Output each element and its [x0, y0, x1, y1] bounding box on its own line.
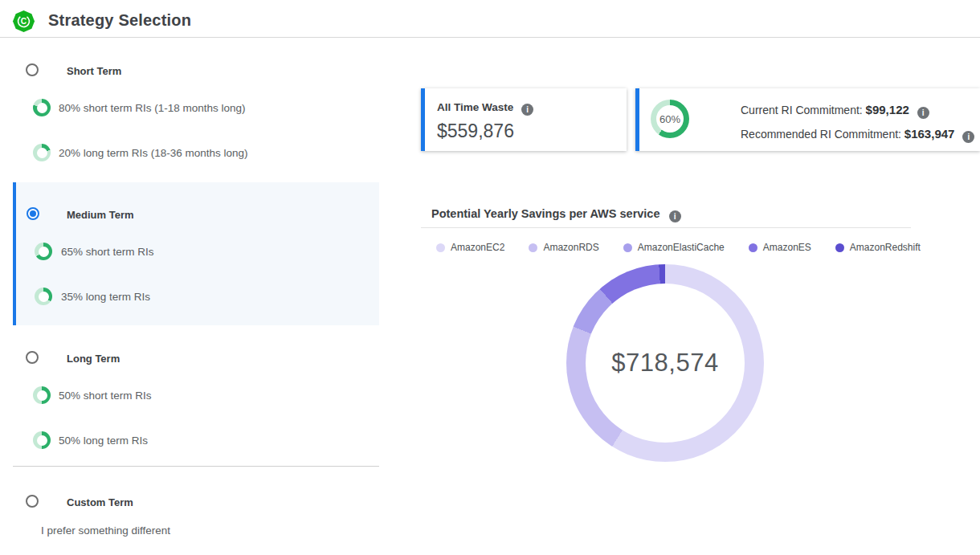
legend-label: AmazonEC2 [451, 242, 504, 253]
custom-term-note: I prefer something different [41, 524, 170, 537]
ring-50pct-icon [33, 431, 51, 449]
legend-dot-icon [529, 243, 537, 252]
legend-item[interactable]: AmazonRDS [529, 242, 598, 253]
svg-text:C: C [21, 17, 27, 26]
ring-35pct-icon [35, 288, 52, 305]
legend-dot-icon [623, 243, 632, 252]
legend-label: AmazonES [763, 242, 811, 253]
ring-80pct-icon [33, 99, 51, 116]
ring-65pct-icon [35, 243, 52, 260]
info-icon[interactable]: i [962, 131, 974, 143]
section-divider [13, 466, 379, 467]
radio-short-term[interactable] [26, 63, 39, 76]
legend-label: AmazonRDS [543, 242, 598, 253]
strategy-sub-label: 20% long term RIs (18-36 months long) [59, 147, 248, 159]
chart-legend: AmazonEC2AmazonRDSAmazonElastiCacheAmazo… [436, 242, 921, 253]
recommended-ri-value: $163,947 [904, 127, 955, 141]
recommended-ri-commitment-row: Recommended RI Commitment: $163,947 i [741, 127, 974, 143]
chart-title-text: Potential Yearly Savings per AWS service [431, 207, 660, 220]
info-icon[interactable]: i [917, 107, 929, 119]
waste-card-label-text: All Time Waste [437, 101, 513, 113]
radio-medium-term[interactable] [27, 207, 39, 220]
radio-custom-term[interactable] [26, 495, 39, 508]
current-ri-value: $99,122 [866, 103, 909, 116]
legend-item[interactable]: AmazonEC2 [436, 242, 504, 253]
chart-divider [421, 227, 911, 228]
ring-20pct-icon [33, 144, 51, 161]
ring-50pct-icon [33, 386, 51, 404]
strategy-label-short-term[interactable]: Short Term [67, 65, 121, 77]
legend-item[interactable]: AmazonRedshift [835, 242, 921, 253]
legend-label: AmazonElastiCache [638, 242, 725, 253]
recommended-ri-label: Recommended RI Commitment: [741, 128, 901, 141]
legend-dot-icon [749, 243, 757, 252]
waste-card-value: $559,876 [437, 120, 514, 142]
legend-dot-icon [436, 243, 445, 252]
legend-item[interactable]: AmazonElastiCache [623, 242, 725, 253]
strategy-sub-label: 80% short term RIs (1-18 months long) [59, 102, 246, 114]
info-icon[interactable]: i [669, 210, 681, 222]
page-title: Strategy Selection [48, 11, 191, 30]
waste-card-label: All Time Waste i [437, 101, 533, 116]
strategy-label-long-term[interactable]: Long Term [67, 353, 120, 365]
commitment-ring-label: 60% [651, 100, 689, 138]
chart-title: Potential Yearly Savings per AWS service… [431, 207, 681, 222]
commitment-ring-60pct: 60% [651, 100, 689, 138]
current-ri-label: Current RI Commitment: [741, 104, 863, 116]
strategy-label-custom-term[interactable]: Custom Term [67, 496, 133, 508]
page-header: C Strategy Selection [0, 0, 980, 38]
radio-long-term[interactable] [26, 351, 39, 364]
app-logo-icon: C [12, 10, 35, 33]
current-ri-commitment-row: Current RI Commitment: $99,122 i [741, 103, 929, 119]
legend-label: AmazonRedshift [850, 242, 921, 253]
strategy-selection-page: C Strategy Selection Short Term 80% shor… [0, 0, 980, 555]
strategy-sub-label: 35% long term RIs [61, 291, 150, 303]
all-time-waste-card: All Time Waste i $559,876 [421, 88, 627, 151]
ri-commitment-card: 60% Current RI Commitment: $99,122 i Rec… [635, 88, 980, 151]
info-icon[interactable]: i [521, 104, 533, 116]
strategy-sub-label: 50% short term RIs [59, 390, 152, 402]
strategy-sub-label: 65% short term RIs [61, 246, 154, 258]
legend-item[interactable]: AmazonES [749, 242, 811, 253]
strategy-sub-label: 50% long term RIs [59, 435, 148, 447]
legend-dot-icon [835, 243, 844, 252]
donut-center-total: $718,574 [566, 264, 764, 462]
strategy-label-medium-term[interactable]: Medium Term [67, 209, 134, 221]
